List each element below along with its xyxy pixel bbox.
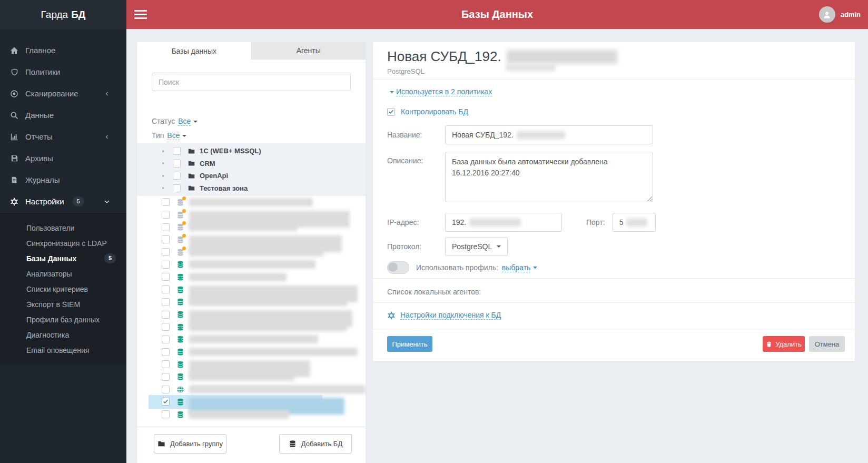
use-profile-toggle[interactable] xyxy=(387,261,409,274)
connection-settings-link[interactable]: Настройки подключения к БД xyxy=(400,311,501,320)
name-field-row: Название: Новая СУБД_192. xyxy=(387,125,653,144)
folder-checkbox[interactable] xyxy=(173,172,181,180)
row-checkbox[interactable] xyxy=(162,273,170,281)
page-title: Базы Данных xyxy=(126,8,868,21)
tree-database-row[interactable] xyxy=(137,346,366,358)
submenu-item-analyzers[interactable]: Анализаторы xyxy=(0,266,126,281)
tab-agents[interactable]: Агенты xyxy=(251,42,366,60)
tree-database-row[interactable] xyxy=(137,296,366,309)
submenu-item-label: Анализаторы xyxy=(26,270,72,278)
tree-database-row[interactable] xyxy=(137,209,366,221)
tree-database-row[interactable] xyxy=(137,196,366,209)
tree-database-row[interactable] xyxy=(137,233,366,246)
choose-profile-link[interactable]: выбрать xyxy=(502,263,531,272)
tree-database-row[interactable] xyxy=(137,358,366,371)
port-label: Порт: xyxy=(586,218,605,226)
row-checkbox[interactable] xyxy=(162,298,170,306)
tree-folder-row[interactable]: CRM xyxy=(137,157,366,170)
tree-database-row[interactable] xyxy=(137,308,366,321)
submenu-item-diagnostics[interactable]: Диагностика xyxy=(0,327,126,342)
cancel-button[interactable]: Отмена xyxy=(809,336,845,352)
submenu-item-db-profiles[interactable]: Профили баз данных xyxy=(0,312,126,327)
row-checkbox[interactable] xyxy=(162,311,170,319)
submenu-item-users[interactable]: Пользователи xyxy=(0,220,126,235)
divider xyxy=(373,278,855,279)
sidebar-item-archives[interactable]: Архивы xyxy=(0,147,126,169)
sidebar-item-label: Журналы xyxy=(25,175,60,184)
row-checkbox[interactable] xyxy=(162,248,170,256)
submenu-item-ldap-sync[interactable]: Синхронизация с LDAP xyxy=(0,235,126,251)
person-icon xyxy=(822,10,832,19)
control-db-checkbox[interactable] xyxy=(387,108,395,116)
row-checkbox[interactable] xyxy=(162,285,170,293)
tree-database-row[interactable] xyxy=(137,383,366,396)
database-pending-icon xyxy=(176,198,184,206)
submenu-item-email-alerts[interactable]: Email оповещения xyxy=(0,342,126,358)
tree-database-row[interactable] xyxy=(137,371,366,383)
port-input[interactable]: 5 xyxy=(613,213,656,232)
row-checkbox[interactable] xyxy=(162,410,170,418)
sidebar-item-data[interactable]: Данные xyxy=(0,104,126,126)
caret-down-icon xyxy=(390,91,394,93)
sidebar-item-scanning[interactable]: Сканирование xyxy=(0,83,126,104)
delete-button[interactable]: Удалить xyxy=(763,336,805,352)
submenu-item-databases[interactable]: Базы Данных5 xyxy=(0,251,126,266)
row-checkbox[interactable] xyxy=(162,323,170,331)
folder-checkbox[interactable] xyxy=(173,160,181,168)
search-input[interactable] xyxy=(152,73,351,91)
submenu-item-siem-export[interactable]: Экспорт в SIEM xyxy=(0,297,126,312)
name-input[interactable]: Новая СУБД_192. xyxy=(445,125,653,144)
tree-database-row[interactable] xyxy=(137,271,366,283)
row-checkbox[interactable] xyxy=(162,261,170,269)
sidebar-item-journals[interactable]: Журналы xyxy=(0,169,126,191)
add-group-button[interactable]: Добавить группу xyxy=(154,434,226,454)
sidebar-item-reports[interactable]: Отчеты xyxy=(0,126,126,147)
add-database-button[interactable]: Добавить БД xyxy=(279,434,352,454)
row-checkbox[interactable] xyxy=(162,211,170,219)
tree-footer: Добавить группу Добавить БД xyxy=(137,427,366,463)
caret-right-icon[interactable] xyxy=(161,185,166,191)
description-textarea[interactable]: База данных была автоматически добавлена… xyxy=(445,152,653,202)
policies-usage-link[interactable]: Используется в 2 политиках xyxy=(396,87,492,96)
tree-database-row[interactable] xyxy=(137,283,366,296)
redacted-database-name xyxy=(189,248,323,257)
folder-checkbox[interactable] xyxy=(173,184,181,192)
apply-button[interactable]: Применить xyxy=(387,336,432,352)
row-checkbox[interactable] xyxy=(162,373,170,381)
tree-folder-row[interactable]: 1С (WEB+ MSSQL) xyxy=(137,145,366,157)
local-agents-label: Список локальных агентов: xyxy=(387,288,481,296)
row-checkbox[interactable] xyxy=(162,398,170,406)
tree-database-row[interactable] xyxy=(137,258,366,271)
row-checkbox[interactable] xyxy=(162,360,170,368)
folder-checkbox[interactable] xyxy=(173,147,181,155)
row-checkbox[interactable] xyxy=(162,386,170,393)
tree-database-row-selected[interactable] xyxy=(137,396,366,408)
caret-right-icon[interactable] xyxy=(161,173,166,179)
tree-folder-row[interactable]: Тестовая зона xyxy=(137,182,366,195)
submenu-item-criteria-lists[interactable]: Списки критериев xyxy=(0,281,126,297)
protocol-select[interactable]: PostgreSQL xyxy=(445,237,508,256)
type-filter-link[interactable]: Все xyxy=(167,131,180,140)
sidebar-item-label: Архивы xyxy=(25,154,53,163)
hamburger-menu-icon[interactable] xyxy=(134,8,147,21)
folder-icon xyxy=(157,440,165,448)
status-filter-link[interactable]: Все xyxy=(178,117,191,126)
tab-databases[interactable]: Базы данных xyxy=(137,42,251,60)
row-checkbox[interactable] xyxy=(162,235,170,243)
tree-database-row[interactable] xyxy=(137,321,366,333)
row-checkbox[interactable] xyxy=(162,336,170,343)
user-menu[interactable]: admin xyxy=(819,6,861,23)
sidebar-item-settings[interactable]: Настройки5 xyxy=(0,191,126,212)
tree-folder-row[interactable]: OpenApi xyxy=(137,170,366,182)
ip-input[interactable]: 192. xyxy=(445,213,562,232)
sidebar-item-home[interactable]: Главное xyxy=(0,40,126,61)
row-checkbox[interactable] xyxy=(162,223,170,231)
caret-right-icon[interactable] xyxy=(161,149,166,154)
caret-right-icon[interactable] xyxy=(161,161,166,166)
row-checkbox[interactable] xyxy=(162,198,170,206)
row-checkbox[interactable] xyxy=(162,348,170,356)
sidebar-item-policies[interactable]: Политики xyxy=(0,61,126,83)
tree-database-row[interactable] xyxy=(137,333,366,346)
database-list xyxy=(137,196,366,420)
app-logo: Гарда БД xyxy=(0,0,126,29)
